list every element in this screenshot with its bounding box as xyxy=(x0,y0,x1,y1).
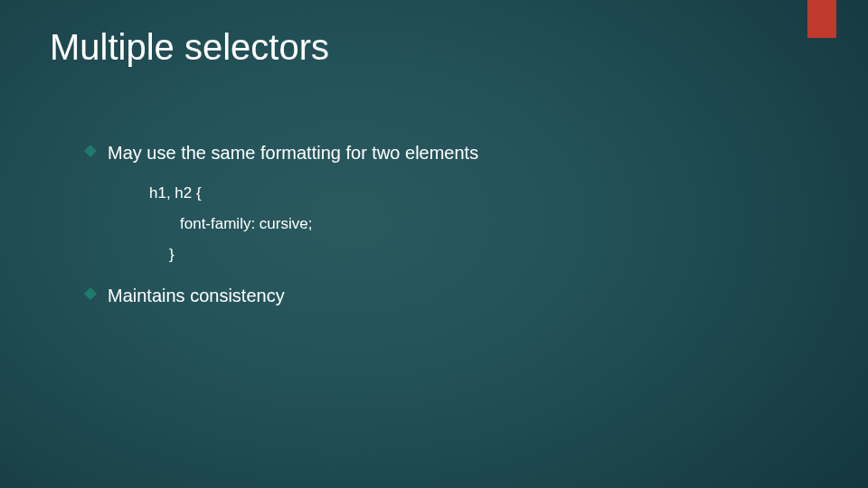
diamond-bullet-icon xyxy=(84,287,97,300)
code-line: h1, h2 { xyxy=(149,178,796,209)
diamond-bullet-icon xyxy=(84,145,97,157)
slide: Multiple selectors May use the same form… xyxy=(0,0,868,488)
code-line: font-family: cursive; xyxy=(180,209,796,239)
slide-title: Multiple selectors xyxy=(50,27,329,68)
bullet-item: Maintains consistency xyxy=(86,283,796,308)
bullet-item: May use the same formatting for two elem… xyxy=(86,140,796,165)
code-snippet: h1, h2 { font-family: cursive; } xyxy=(149,178,796,270)
bullet-text: May use the same formatting for two elem… xyxy=(108,140,478,165)
slide-content: May use the same formatting for two elem… xyxy=(86,140,796,317)
bullet-text: Maintains consistency xyxy=(108,283,285,308)
accent-bar xyxy=(807,0,836,38)
code-line: } xyxy=(169,239,796,270)
